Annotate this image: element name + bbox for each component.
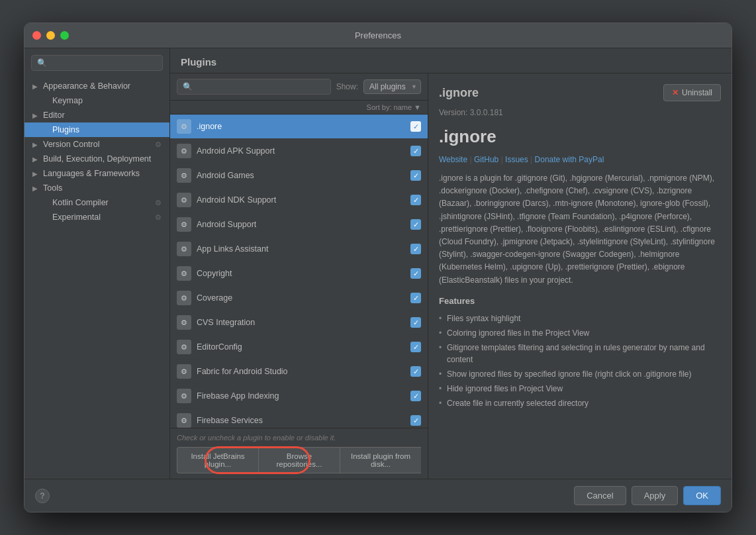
sidebar-item-experimental[interactable]: Experimental⚙ [24,210,169,224]
detail-title: .ignore [439,86,479,100]
plugin-checkbox[interactable]: ✓ [410,391,421,401]
feature-item: Hide ignored files in Project View [439,381,721,396]
plugin-list-item[interactable]: ⚙Android Support✓ [170,213,428,237]
sort-label: Sort by: name ▼ [367,103,421,111]
plugin-icon: ⚙ [177,168,191,183]
plugin-name-label: Android Games [197,171,410,180]
sidebar-item-tools[interactable]: ▶Tools [24,181,169,195]
plugin-checkbox[interactable]: ✓ [410,244,421,254]
plugin-list-item[interactable]: ⚙.ignore✓ [170,115,428,139]
plugin-icon: ⚙ [177,364,191,379]
plugin-list-item[interactable]: ⚙Android Games✓ [170,164,428,188]
sidebar-item-version-control[interactable]: ▶Version Control⚙ [24,137,169,152]
plugin-search-input[interactable] [177,79,331,95]
plugin-list-toolbar: Show: All pluginsEnabledDisabledBundledC… [170,73,428,101]
nav-item-label: Tools [43,183,62,193]
install-disk-button[interactable]: Install plugin from disk... [340,447,421,473]
plugin-checkbox[interactable]: ✓ [410,170,421,181]
show-dropdown-wrapper: All pluginsEnabledDisabledBundledCustom … [363,79,421,94]
nav-arrow-icon: ▶ [32,112,40,119]
feature-item: Show ignored files by specified ignore f… [439,367,721,381]
plugin-list-item[interactable]: ⚙Copyright✓ [170,262,428,286]
plugin-list-item[interactable]: ⚙CVS Integration✓ [170,311,428,335]
maximize-button[interactable] [60,31,69,40]
ok-button[interactable]: OK [683,486,721,505]
detail-link-website[interactable]: Website [439,155,467,164]
plugin-icon: ⚙ [177,119,191,134]
apply-button[interactable]: Apply [632,486,679,505]
install-jetbrains-button[interactable]: Install JetBrains plugin... [177,447,258,473]
plugin-list-item[interactable]: ⚙Coverage✓ [170,286,428,311]
plugin-checkbox[interactable]: ✓ [410,268,421,279]
plugin-name-label: Android Support [197,220,410,229]
uninstall-button[interactable]: ✕ Uninstall [663,84,721,101]
plugin-checkbox[interactable]: ✓ [410,366,421,377]
plugin-list-item[interactable]: ⚙Firebase App Indexing✓ [170,384,428,409]
plugin-icon: ⚙ [177,413,191,428]
feature-item: Coloring ignored files in the Project Vi… [439,326,721,340]
bottom-bar: ? Cancel Apply OK [24,479,732,512]
nav-arrow-icon: ▶ [32,185,40,192]
detail-plugin-name: .ignore [439,126,721,147]
detail-title-row: .ignore ✕ Uninstall [439,84,721,101]
plugin-footer: Check or uncheck a plugin to enable or d… [170,428,428,479]
link-separator: | [528,155,535,164]
feature-item: Create file in currently selected direct… [439,396,721,411]
plugin-list-panel: Show: All pluginsEnabledDisabledBundledC… [170,73,428,479]
plugin-list-item[interactable]: ⚙Fabric for Android Studio✓ [170,360,428,384]
nav-item-label: Appearance & Behavior [43,81,130,91]
plugin-list-item[interactable]: ⚙EditorConfig✓ [170,335,428,360]
plugin-checkbox[interactable]: ✓ [410,219,421,230]
sidebar-item-plugins[interactable]: Plugins [24,122,169,137]
settings-icon: ⚙ [155,213,162,222]
plugin-name-label: Copyright [197,269,410,278]
sidebar-item-build[interactable]: ▶Build, Execution, Deployment [24,152,169,166]
sidebar-item-keymap[interactable]: Keymap [24,93,169,108]
sidebar-nav: ▶Appearance & BehaviorKeymap▶EditorPlugi… [24,76,169,479]
plugin-name-label: .ignore [197,122,410,131]
features-title: Features [439,296,721,306]
sidebar-item-kotlin[interactable]: Kotlin Compiler⚙ [24,195,169,210]
plugin-checkbox[interactable]: ✓ [410,293,421,303]
show-label: Show: [336,82,358,91]
plugin-checkbox[interactable]: ✓ [410,415,421,426]
plugin-checkbox[interactable]: ✓ [410,146,421,156]
show-dropdown[interactable]: All pluginsEnabledDisabledBundledCustom [363,79,421,94]
cancel-button[interactable]: Cancel [574,486,626,505]
sidebar-item-editor[interactable]: ▶Editor [24,108,169,122]
detail-link-issues[interactable]: Issues [505,155,528,164]
plugin-checkbox[interactable]: ✓ [410,342,421,352]
plugin-checkbox[interactable]: ✓ [410,121,421,132]
detail-links: Website | GitHub | Issues | Donate with … [439,155,721,164]
detail-link-github[interactable]: GitHub [474,155,498,164]
plugin-name-label: Fabric for Android Studio [197,367,410,376]
nav-item-label: Build, Execution, Deployment [43,154,151,164]
close-button[interactable] [32,31,41,40]
plugin-name-label: EditorConfig [197,342,410,352]
nav-arrow-icon: ▶ [32,141,40,148]
browse-repos-button[interactable]: Browse repositories... [258,447,340,473]
plugin-icon: ⚙ [177,266,191,281]
plugin-list-item[interactable]: ⚙Firebase Services✓ [170,409,428,428]
sidebar-item-languages[interactable]: ▶Languages & Frameworks [24,166,169,181]
plugin-list-item[interactable]: ⚙Android APK Support✓ [170,139,428,164]
detail-description: .ignore is a plugin for .gitignore (Git)… [439,172,721,287]
plugin-name-label: Android NDK Support [197,195,410,205]
minimize-button[interactable] [46,31,55,40]
plugin-list-item[interactable]: ⚙App Links Assistant✓ [170,237,428,262]
bottom-actions: Cancel Apply OK [574,486,721,505]
plugin-content: Show: All pluginsEnabledDisabledBundledC… [170,73,732,479]
nav-item-label: Editor [43,111,65,120]
plugin-checkbox[interactable]: ✓ [410,317,421,328]
plugin-list-item[interactable]: ⚙Android NDK Support✓ [170,188,428,213]
sort-bar: Sort by: name ▼ [170,101,428,115]
plugin-icon: ⚙ [177,242,191,256]
nav-item-label: Languages & Frameworks [43,169,140,178]
link-separator: | [467,155,474,164]
plugin-checkbox[interactable]: ✓ [410,195,421,205]
sidebar-search-input[interactable] [31,55,163,71]
help-button[interactable]: ? [35,489,50,503]
plugin-icon: ⚙ [177,291,191,305]
detail-link-donate-with-paypal[interactable]: Donate with PayPal [535,155,604,164]
sidebar-item-appearance[interactable]: ▶Appearance & Behavior [24,79,169,93]
